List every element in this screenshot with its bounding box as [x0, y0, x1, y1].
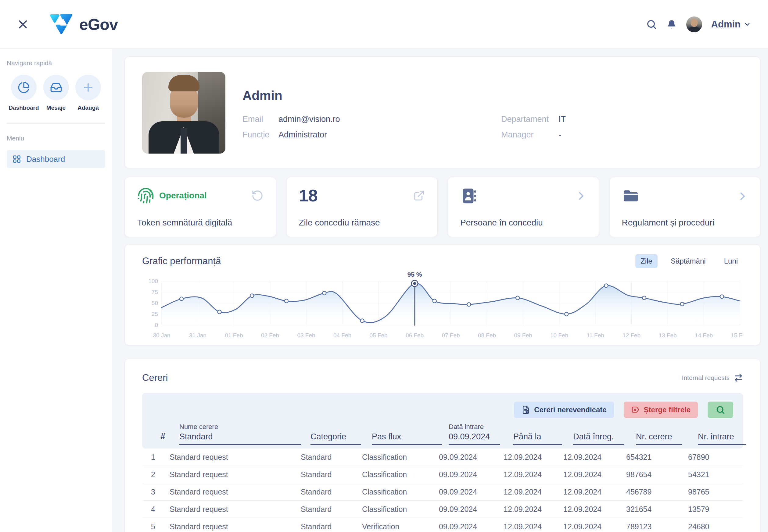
chart-point[interactable]	[516, 296, 519, 300]
toggle-luni[interactable]: Luni	[719, 254, 743, 268]
field-label: Manager	[501, 130, 558, 140]
stat-card-concediu[interactable]: 18 Zile concediu rămase	[286, 177, 438, 237]
search-button[interactable]	[646, 19, 657, 30]
quick-nav-title: Navigare rapidă	[7, 59, 105, 67]
chart-point[interactable]	[179, 297, 183, 301]
chart-point[interactable]	[218, 310, 222, 314]
brand-logo[interactable]: eGov	[48, 11, 118, 38]
chart-point[interactable]	[467, 303, 471, 306]
brand-name: eGov	[79, 15, 118, 34]
sidebar-item-label: Dashboard	[26, 154, 65, 164]
filter-input-categorie[interactable]: Categorie	[311, 432, 361, 445]
stat-card-regulament[interactable]: Regulament și proceduri	[610, 177, 761, 237]
performance-chart-card: Grafic performanță Zile Săptămâni Luni 3…	[125, 244, 760, 345]
x-axis-label: 10 Feb	[550, 332, 568, 339]
clear-filters-button[interactable]: Șterge filtrele	[624, 402, 698, 418]
table-search-button[interactable]	[708, 402, 733, 418]
x-axis-label: 09 Feb	[514, 332, 532, 339]
filter-input-nr_intrare[interactable]: Nr. intrare	[698, 432, 746, 445]
refresh-button[interactable]	[251, 190, 264, 202]
table-row[interactable]: 3Standard requestStandardClassification0…	[142, 483, 743, 501]
go-to-persoane-button[interactable]	[575, 190, 587, 201]
plus-icon	[82, 81, 94, 94]
chart-point[interactable]	[433, 299, 436, 303]
close-icon	[17, 19, 29, 30]
document-question-icon: ?	[521, 405, 530, 414]
chart-point[interactable]	[720, 295, 724, 298]
main-content: Admin Emailadmin@vision.ro FuncțieAdmini…	[112, 49, 768, 532]
x-axis-label: 02 Feb	[261, 332, 279, 339]
filter-data_intrare: Dată intrare09.09.2024	[443, 421, 508, 445]
toggle-saptamani[interactable]: Săptămâni	[666, 254, 711, 268]
table-row[interactable]: 5Standard requestStandardVerification09.…	[142, 518, 743, 532]
table-row[interactable]: 2Standard requestStandardClassification0…	[142, 466, 743, 483]
x-axis-label: 08 Feb	[478, 332, 496, 339]
filter-input-pas[interactable]: Pas flux	[372, 432, 442, 445]
unclaimed-requests-button[interactable]: ? Cereri nerevendicate	[514, 402, 614, 418]
active-point-value: 95 %	[407, 271, 422, 278]
stat-cards: Operațional Token semnătură digitală 18 …	[125, 177, 760, 237]
filter-input-nr_cerere[interactable]: Nr. cerere	[636, 432, 682, 445]
quick-item-dashboard[interactable]: Dashboard	[9, 75, 38, 111]
profile-email: admin@vision.ro	[279, 115, 340, 124]
quick-item-mesaje[interactable]: Mesaje	[41, 75, 71, 111]
cell-index: 3	[142, 483, 164, 500]
filter-input-pana_la[interactable]: Până la	[513, 432, 562, 445]
chart-range-toggles: Zile Săptămâni Luni	[635, 254, 743, 268]
folder-icon	[622, 187, 640, 205]
chart-point[interactable]	[605, 284, 608, 287]
stat-card-title: Persoane în concediu	[460, 218, 587, 228]
quick-item-label: Dashboard	[9, 105, 39, 111]
cell-pas: Verification	[357, 518, 433, 532]
y-axis-label: 0	[155, 322, 158, 328]
go-to-regulament-button[interactable]	[737, 191, 748, 202]
quick-item-adauga[interactable]: Adaugă	[73, 75, 103, 111]
table-row[interactable]: 1Standard requestStandardClassification0…	[142, 449, 743, 466]
profile-function: Administrator	[279, 130, 327, 140]
egov-dashboard: eGov Admin Navigare rapidă Dashboard	[0, 0, 768, 532]
filter-nume: Nume cerereStandard	[174, 421, 305, 445]
stat-card-persoane[interactable]: Persoane în concediu	[448, 177, 599, 237]
cell-pas: Classification	[357, 483, 433, 500]
toggle-zile[interactable]: Zile	[635, 254, 658, 268]
filter-input-data_intrare[interactable]: 09.09.2024	[449, 432, 500, 445]
chart-point[interactable]	[285, 299, 288, 303]
chart-point[interactable]	[322, 291, 326, 295]
filter-input-data_inreg[interactable]: Dată înreg.	[573, 432, 624, 445]
cell-categorie: Standard	[295, 449, 357, 466]
cell-pana_la: 12.09.2024	[498, 449, 558, 466]
external-link-icon	[413, 190, 425, 201]
table-row[interactable]: 4Standard requestStandardClassification0…	[142, 501, 743, 518]
stat-card-title: Token semnătură digitală	[137, 218, 264, 228]
cell-categorie: Standard	[295, 501, 357, 518]
chart-point[interactable]	[361, 319, 364, 323]
filter-label	[372, 421, 443, 431]
x-axis-label: 30 Jan	[153, 332, 170, 339]
close-menu-button[interactable]	[17, 19, 29, 30]
notifications-button[interactable]	[666, 19, 677, 30]
requests-mode-switch[interactable]: Internal requests	[682, 373, 743, 382]
cell-data_intrare: 09.09.2024	[433, 483, 498, 500]
user-menu[interactable]: Admin	[711, 19, 751, 30]
field-label: Funcție	[243, 130, 279, 140]
chart-point[interactable]	[642, 296, 646, 300]
stat-card-token[interactable]: Operațional Token semnătură digitală	[125, 177, 276, 237]
sidebar-item-dashboard[interactable]: Dashboard	[7, 150, 105, 168]
token-status: Operațional	[159, 191, 207, 200]
unclaimed-requests-label: Cereri nerevendicate	[534, 406, 606, 414]
chart-point[interactable]	[680, 302, 684, 306]
filter-input-nume[interactable]: Standard	[179, 432, 301, 445]
cell-categorie: Standard	[295, 466, 357, 483]
open-external-button[interactable]	[413, 190, 425, 201]
performance-chart: 30 Jan31 Jan01 Feb02 Feb03 Feb04 Feb05 F…	[142, 270, 743, 341]
cell-data_intrare: 09.09.2024	[433, 501, 498, 518]
cell-pana_la: 12.09.2024	[498, 483, 558, 500]
filter-label: Nume cerere	[179, 421, 305, 431]
chart-active-point[interactable]	[413, 282, 416, 285]
svg-text:?: ?	[526, 410, 528, 413]
x-axis-label: 31 Jan	[189, 332, 207, 339]
chart-point[interactable]	[250, 294, 254, 298]
chart-point[interactable]	[564, 312, 568, 316]
cell-nr_cerere: 456789	[621, 483, 683, 500]
user-avatar[interactable]	[686, 16, 702, 32]
